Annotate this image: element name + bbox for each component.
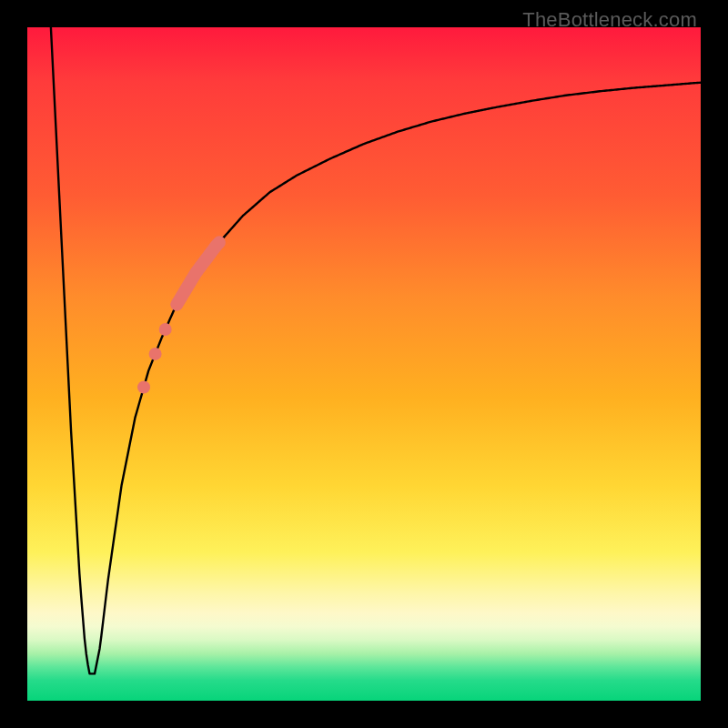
highlight-dot-0 xyxy=(159,323,172,336)
chart-overlay xyxy=(27,27,701,701)
highlight-dot-1 xyxy=(149,348,162,360)
bottleneck-curve xyxy=(51,27,701,673)
highlight-dot-2 xyxy=(137,381,150,394)
highlight-segment xyxy=(177,242,219,304)
highlight-dots xyxy=(137,323,172,393)
chart-frame: TheBottleneck.com xyxy=(0,0,728,728)
